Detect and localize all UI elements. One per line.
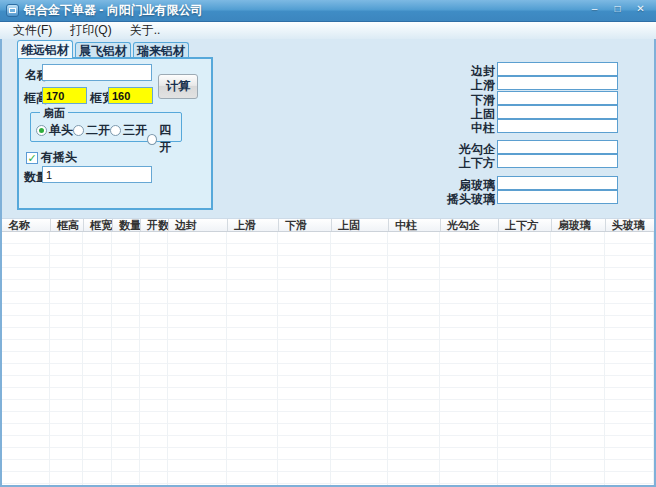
table-header-cell[interactable]: 头玻璃 (605, 219, 654, 231)
radio-icon (73, 125, 84, 136)
yaotouboli-input[interactable] (497, 190, 618, 204)
table-header-cell[interactable]: 框宽 (83, 219, 112, 231)
frame-width-input[interactable] (108, 87, 153, 104)
maximize-button[interactable]: □ (608, 2, 627, 16)
radio-selected-icon (36, 125, 47, 136)
rocker-checkbox[interactable]: ✓ 有摇头 (26, 149, 77, 166)
table-header-cell[interactable]: 边封 (168, 219, 227, 231)
content-area: 维远铝材 晨飞铝材 瑞来铝材 名称 计算 框高 框宽 扇面 单头 二开 (0, 39, 656, 487)
table-header-cell[interactable]: 数量 (112, 219, 140, 231)
guanggouqi-input[interactable] (497, 140, 618, 154)
window-controls: – □ ✕ (585, 2, 650, 16)
shanboli-input[interactable] (497, 176, 618, 190)
table-header-cell[interactable]: 开数 (140, 219, 168, 231)
radio-four-open[interactable]: 四开 (147, 122, 181, 156)
zhongzhu-label: 中柱 (433, 120, 495, 137)
radio-icon (110, 125, 121, 136)
app-icon (6, 4, 19, 17)
calc-button[interactable]: 计算 (158, 74, 198, 99)
shangxiafang-label: 上下方 (433, 155, 495, 172)
order-table: 名称 框高 框宽 数量 开数 边封 上滑 下滑 上固 中柱 光勾企 上下方 扇玻… (2, 218, 654, 485)
table-header-row: 名称 框高 框宽 数量 开数 边封 上滑 下滑 上固 中柱 光勾企 上下方 扇玻… (2, 218, 654, 232)
menu-item-file[interactable]: 文件(F) (4, 22, 61, 39)
menu-item-print[interactable]: 打印(Q) (61, 22, 120, 39)
window-title: 铝合金下单器 - 向阳门业有限公司 (24, 2, 203, 19)
table-header-cell[interactable]: 扇玻璃 (551, 219, 605, 231)
leaf-count-groupbox: 扇面 单头 二开 三开 四开 (30, 112, 182, 142)
close-button[interactable]: ✕ (631, 2, 650, 16)
zhongzhu-input[interactable] (497, 119, 618, 133)
table-header-cell[interactable]: 名称 (2, 219, 50, 231)
shanghua-input[interactable] (497, 76, 618, 90)
tab-weiyuan[interactable]: 维远铝材 (17, 40, 73, 58)
xiahua-input[interactable] (497, 91, 618, 105)
radio-three-open[interactable]: 三开 (110, 122, 147, 139)
radio-single-head[interactable]: 单头 (36, 122, 73, 139)
title-bar: 铝合金下单器 - 向阳门业有限公司 – □ ✕ (0, 0, 656, 22)
radio-icon (147, 134, 157, 145)
tab-ruilai[interactable]: 瑞来铝材 (133, 42, 189, 58)
menu-bar: 文件(F) 打印(Q) 关于.. (0, 22, 656, 39)
table-header-cell[interactable]: 上滑 (227, 219, 278, 231)
table-body (2, 232, 654, 485)
table-header-cell[interactable]: 上固 (331, 219, 388, 231)
radio-two-open[interactable]: 二开 (73, 122, 110, 139)
checkbox-check-icon: ✓ (26, 152, 38, 164)
app-window: 铝合金下单器 - 向阳门业有限公司 – □ ✕ 文件(F) 打印(Q) 关于..… (0, 0, 656, 487)
table-header-cell[interactable]: 上下方 (498, 219, 551, 231)
leaf-count-group-title: 扇面 (40, 106, 68, 121)
shanggu-input[interactable] (497, 105, 618, 119)
order-form-panel: 名称 计算 框高 框宽 扇面 单头 二开 三开 (17, 57, 213, 210)
frame-height-input[interactable] (42, 87, 87, 104)
table-header-cell[interactable]: 框高 (50, 219, 83, 231)
menu-item-about[interactable]: 关于.. (121, 22, 170, 39)
table-header-cell[interactable]: 光勾企 (440, 219, 498, 231)
table-header-cell[interactable]: 下滑 (278, 219, 331, 231)
tab-chenfei[interactable]: 晨飞铝材 (75, 42, 131, 58)
quantity-input[interactable] (42, 166, 152, 183)
name-input[interactable] (42, 64, 152, 81)
table-header-cell[interactable]: 中柱 (388, 219, 440, 231)
minimize-button[interactable]: – (585, 2, 604, 16)
yaotouboli-label: 摇头玻璃 (433, 191, 495, 208)
bianfeng-input[interactable] (497, 62, 618, 76)
shangxiafang-input[interactable] (497, 154, 618, 168)
